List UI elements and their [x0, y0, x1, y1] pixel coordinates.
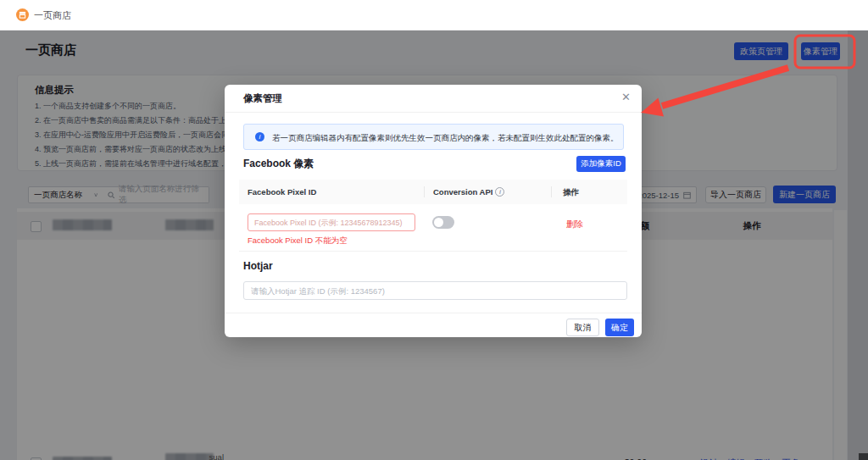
- confirm-button[interactable]: 确定: [605, 319, 634, 336]
- close-icon[interactable]: ✕: [621, 91, 631, 103]
- hotjar-heading: Hotjar: [243, 260, 273, 272]
- hotjar-id-input[interactable]: [243, 281, 627, 300]
- pixel-id-input[interactable]: [248, 213, 415, 231]
- top-bar: 一页商店: [0, 0, 868, 30]
- add-pixel-id-button[interactable]: 添加像素ID: [576, 156, 626, 172]
- info-icon: i: [255, 132, 264, 141]
- pixel-id-error: Facebook Pixel ID 不能为空: [248, 236, 348, 247]
- divider: [225, 313, 642, 313]
- app-name: 一页商店: [34, 9, 71, 22]
- column-conversion-api: Conversion API i: [433, 187, 504, 197]
- column-operation: 操作: [563, 187, 579, 198]
- divider: [551, 186, 552, 197]
- info-icon: i: [495, 187, 504, 197]
- column-pixel-id: Facebook Pixel ID: [248, 187, 316, 197]
- facebook-pixel-heading: Facebook 像素: [243, 157, 314, 171]
- store-glyph-icon: [19, 11, 26, 19]
- divider: [239, 251, 627, 252]
- screen: 一页商店 一页商店 政策页管理 像素管理 信息提示 1. 一个商品支持创建多个不…: [0, 0, 868, 460]
- pixel-table-header: Facebook Pixel ID Conversion API i 操作: [239, 180, 627, 204]
- modal-title: 像素管理: [243, 92, 282, 105]
- delete-pixel-link[interactable]: 删除: [566, 219, 583, 230]
- divider: [424, 186, 425, 197]
- pixel-management-modal: 像素管理 ✕ i 若一页商店编辑器内有配置像素则优先生效一页商店内的像素，若未配…: [225, 85, 642, 337]
- store-icon: [16, 8, 29, 21]
- cancel-button[interactable]: 取消: [566, 319, 599, 336]
- info-alert: i 若一页商店编辑器内有配置像素则优先生效一页商店内的像素，若未配置则生效此处配…: [243, 124, 624, 150]
- conversion-api-toggle[interactable]: [432, 216, 454, 229]
- conversion-api-label: Conversion API: [433, 187, 492, 197]
- alert-text: 若一页商店编辑器内有配置像素则优先生效一页商店内的像素，若未配置则生效此处配置的…: [272, 133, 619, 144]
- divider: [225, 112, 642, 113]
